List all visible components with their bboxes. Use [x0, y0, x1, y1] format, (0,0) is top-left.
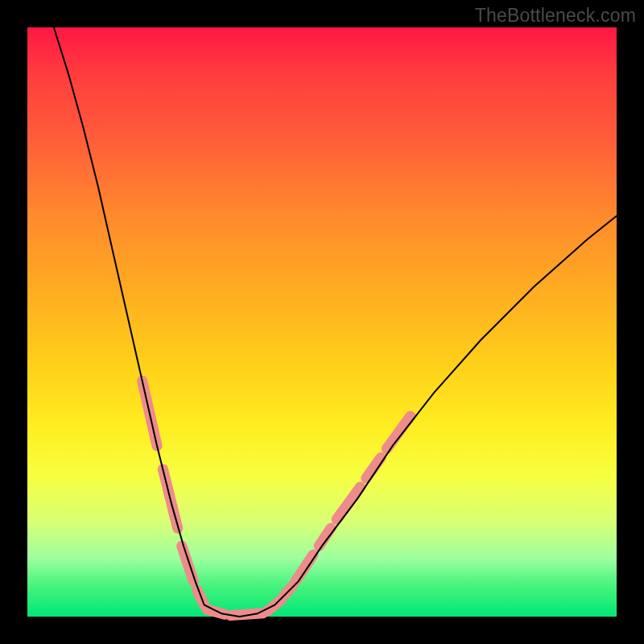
highlight-segments-layer — [142, 381, 411, 615]
highlight-segment — [336, 487, 360, 519]
outer-frame: TheBottleneck.com — [0, 0, 644, 644]
highlight-segment — [387, 416, 411, 448]
highlight-segment — [182, 546, 194, 581]
watermark-text: TheBottleneck.com — [475, 5, 636, 27]
bottleneck-curve — [54, 27, 617, 617]
chart-overlay — [27, 27, 617, 617]
highlight-segment — [295, 555, 313, 581]
